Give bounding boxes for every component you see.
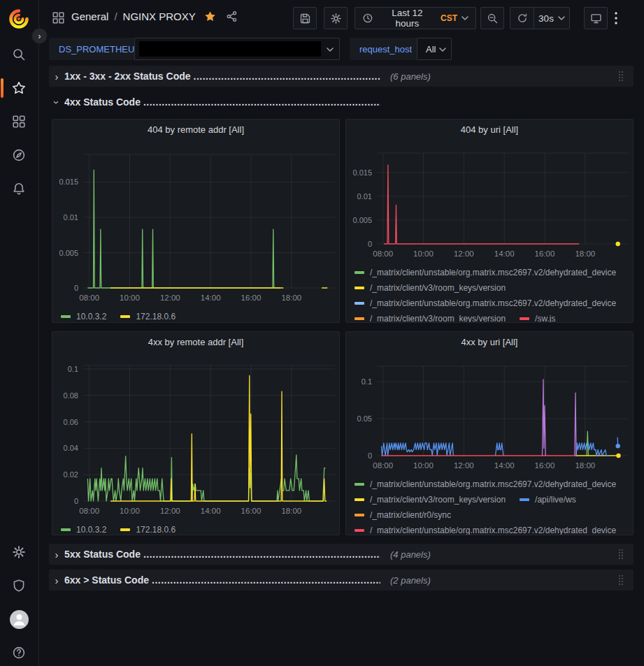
svg-text:0.015: 0.015 (352, 168, 372, 177)
alerting-button[interactable] (5, 175, 33, 203)
configuration-button[interactable] (5, 538, 33, 566)
time-range-picker[interactable]: Last 12 hours CST (355, 7, 476, 29)
dashboards-button[interactable] (5, 108, 33, 136)
save-dashboard-button[interactable] (293, 7, 317, 29)
chevron-down-icon (558, 16, 565, 20)
starred-dashboards-button[interactable] (5, 74, 33, 102)
legend-item[interactable]: /_matrix/client/v3/room_keys/version (355, 283, 506, 293)
star-filled-icon (204, 10, 216, 22)
kebab-menu-icon (615, 12, 617, 24)
svg-text:0.04: 0.04 (64, 444, 78, 452)
legend-color-chip (120, 315, 130, 318)
legend-color-chip (355, 317, 364, 320)
sidebar-expand-button[interactable]: › (31, 28, 48, 44)
legend-label: 172.18.0.6 (136, 525, 176, 535)
svg-text:16:00: 16:00 (241, 507, 262, 515)
legend-item[interactable]: /_matrix/client/r0/sync (355, 510, 451, 520)
svg-text:0.005: 0.005 (352, 216, 372, 224)
legend-item[interactable]: /_matrix/client/v3/room_keys/version (355, 495, 506, 505)
svg-text:0.1: 0.1 (362, 377, 372, 386)
redacted-datasource-value (139, 41, 321, 57)
svg-text:16:00: 16:00 (241, 294, 262, 302)
panel: 4xx by remote addr [All]00.020.040.060.0… (52, 331, 340, 535)
cycle-view-mode-button[interactable] (584, 7, 608, 29)
legend-color-chip (355, 514, 364, 516)
svg-text:08:00: 08:00 (373, 249, 393, 258)
breadcrumb-dashboard-title[interactable]: NGINX PROXY (123, 10, 196, 22)
refresh-dashboard-button[interactable] (510, 8, 534, 29)
favorite-star-button[interactable] (204, 10, 216, 22)
variable-value-request-host[interactable]: All (417, 38, 452, 60)
legend-item[interactable]: /_matrix/client/unstable/org.matrix.msc2… (355, 268, 616, 277)
legend-item[interactable]: 10.0.3.2 (61, 525, 106, 535)
row-drag-handle[interactable] (618, 549, 627, 560)
legend-item[interactable]: 172.18.0.6 (120, 312, 176, 321)
apps-grid-icon (52, 11, 65, 24)
row-4xx[interactable]: › 4xx Status Code.......................… (49, 92, 634, 113)
legend-item[interactable]: /_matrix/client/v3/room_keys/version (355, 314, 506, 322)
search-icon (12, 48, 26, 61)
chart-canvas: 00.0050.010.01508:0010:0012:0014:0016:00… (52, 120, 340, 323)
row-title: 5xx Status Code (64, 549, 141, 560)
variable-label-request-host[interactable]: request_host (350, 38, 422, 60)
row-panel-count: (2 panels) (390, 575, 431, 586)
refresh-interval-picker[interactable]: 30s (534, 8, 569, 29)
svg-text:18:00: 18:00 (575, 249, 595, 258)
bell-icon (12, 182, 26, 196)
dashboards-grid-icon (12, 115, 26, 129)
grafana-logo-icon (8, 8, 30, 30)
row-drag-handle[interactable] (618, 71, 627, 82)
zoom-out-time-button[interactable] (480, 7, 504, 29)
help-button[interactable] (5, 639, 33, 666)
shield-icon (12, 579, 26, 593)
grafana-logo[interactable] (5, 5, 33, 33)
legend-item[interactable]: 10.0.3.2 (61, 312, 106, 321)
variable-value-datasource[interactable] (134, 38, 340, 60)
svg-text:0: 0 (368, 240, 372, 248)
legend-item[interactable]: 172.18.0.6 (120, 525, 176, 535)
legend-label: /_matrix/client/unstable/org.matrix.msc2… (370, 268, 616, 277)
breadcrumb-separator: / (114, 10, 117, 22)
legend-label: /_matrix/client/unstable/org.matrix.msc2… (370, 479, 616, 489)
question-icon (12, 646, 26, 660)
person-icon (10, 610, 29, 629)
share-dashboard-button[interactable] (226, 10, 238, 22)
legend-label: /_matrix/client/v3/room_keys/version (370, 283, 506, 293)
svg-text:12:00: 12:00 (454, 249, 474, 258)
breadcrumb-folder[interactable]: General (71, 10, 108, 22)
legend-item[interactable]: /_matrix/client/unstable/org.matrix.msc2… (355, 526, 616, 535)
dashboard-settings-button[interactable] (324, 7, 348, 29)
svg-text:12:00: 12:00 (160, 507, 180, 515)
row-title: 4xx Status Code (64, 96, 141, 108)
search-button[interactable] (5, 41, 33, 68)
share-icon (226, 10, 238, 22)
server-admin-button[interactable] (5, 572, 33, 600)
user-profile-button[interactable] (5, 605, 33, 633)
legend-item[interactable]: /sw.js (520, 314, 555, 322)
row-5xx[interactable]: › 5xx Status Code.......................… (49, 544, 634, 565)
svg-text:18:00: 18:00 (281, 507, 301, 515)
legend-item[interactable]: /_matrix/client/unstable/org.matrix.msc2… (355, 479, 616, 489)
dashboard-breadcrumb-icon-button[interactable] (52, 11, 65, 24)
explore-button[interactable] (5, 141, 33, 169)
legend-color-chip (120, 528, 130, 531)
legend-item[interactable]: /_matrix/client/unstable/org.matrix.msc2… (355, 298, 616, 308)
legend-item[interactable]: /api/live/ws (520, 495, 576, 505)
gear-icon (12, 545, 26, 559)
svg-text:0.06: 0.06 (64, 418, 78, 426)
svg-text:16:00: 16:00 (535, 461, 555, 470)
legend: 10.0.3.2172.18.0.6 (61, 522, 336, 535)
svg-text:08:00: 08:00 (79, 507, 99, 515)
row-6xx[interactable]: › 6xx > Status Code.....................… (49, 570, 634, 591)
svg-text:18:00: 18:00 (575, 461, 595, 470)
more-options-button[interactable] (615, 7, 633, 29)
legend-color-chip (61, 315, 71, 318)
legend-label: /api/live/ws (535, 495, 576, 505)
row-1xx-3xx-2xx[interactable]: › 1xx - 3xx - 2xx Status Code...........… (49, 66, 634, 87)
legend: /_matrix/client/unstable/org.matrix.msc2… (355, 265, 630, 322)
row-chevron-icon: › (49, 71, 64, 82)
svg-text:0: 0 (368, 451, 372, 460)
legend-label: 10.0.3.2 (76, 525, 106, 535)
legend-color-chip (355, 302, 364, 305)
row-drag-handle[interactable] (618, 574, 627, 586)
